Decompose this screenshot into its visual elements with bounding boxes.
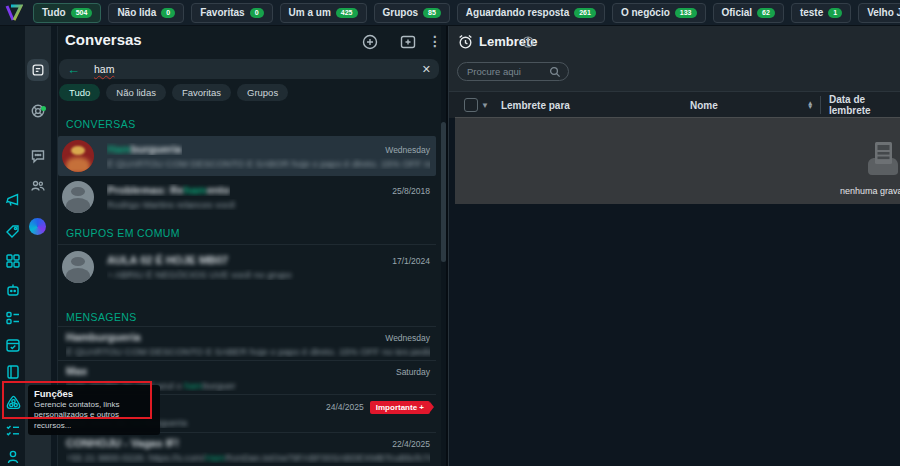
tooltip-title: Funções [34,388,154,399]
tab-o-negocio[interactable]: O negócio 133 [612,3,706,23]
message-row[interactable]: CONHOJU - Vagas IF! 22/4/2025 +55 21 980… [58,432,436,466]
search-magnifier-icon [549,66,561,78]
chip-tudo[interactable]: Tudo [59,84,100,101]
tab-label: Tudo [42,7,66,18]
name-match: Ham [107,143,131,155]
tab-label: Grupos [383,7,419,18]
archive-add-icon[interactable] [399,33,417,51]
chat-bubble-icon[interactable] [30,148,46,164]
app-window: Tudo 504 Não lida 0 Favoritas 0 Um a um … [0,0,900,466]
name-text: burgueria [131,143,182,155]
lembrete-panel: Lembrete ▼ Lembrete para Nome ▲▼ Data de… [448,26,900,466]
conversation-row[interactable]: Hamburgueria Wednesday É QUARTOU COM DES… [58,136,436,176]
conversation-row[interactable]: Problemas: Rehamento 25/8/2018 Rodrigo M… [58,177,436,217]
chip-favoritas[interactable]: Favoritas [172,84,231,101]
tooltip-description: Gerencie contatos, links personalizados … [34,400,154,431]
funcoes-tooltip: Funções Gerencie contatos, links persona… [28,385,160,435]
avatar [62,181,94,213]
preview-text: +55 21 9800-0226: https://s.com/ [66,452,205,463]
top-tab-bar: Tudo 504 Não lida 0 Favoritas 0 Um a um … [0,0,900,26]
row-date: 24/4/2025 [326,402,364,412]
tab-tudo[interactable]: Tudo 504 [33,3,101,23]
megaphone-icon[interactable] [5,192,21,208]
chevron-down-icon[interactable]: ▼ [481,101,489,110]
new-chat-icon[interactable] [361,33,379,51]
person-icon[interactable] [5,449,21,465]
primary-sidebar [0,26,25,466]
conversations-nav-icon[interactable] [27,59,49,81]
team-icon[interactable] [30,178,46,194]
scrollbar-thumb[interactable] [441,122,446,262]
tab-count-badge: 1 [828,8,842,18]
tab-label: teste [800,7,823,18]
row-date: 22/4/2025 [392,439,430,449]
tab-velho-jeans[interactable]: Velho Jeans 2 [858,3,900,23]
tab-um-a-um[interactable]: Um a um 425 [280,3,367,23]
tab-label: Aguardando resposta [466,7,569,18]
scrollbar[interactable] [441,26,446,466]
column-lembrete-para: Lembrete para [501,100,570,111]
info-icon[interactable] [522,36,534,48]
preview-text: ~ ABRIU É NEGÓCIOS UVE você no grupo [107,269,292,280]
tab-label: Favoritas [200,7,244,18]
v7-logo-icon[interactable] [4,3,23,23]
assistant-gradient-icon[interactable] [29,218,46,235]
section-mensagens: MENSAGENS [66,311,137,323]
name-text: Max [66,365,87,377]
checklist-icon[interactable] [5,423,21,439]
section-conversas: CONVERSAS [66,118,136,130]
tab-count-badge: 85 [423,8,441,18]
preview-match: ham [184,380,202,391]
clear-search-icon[interactable]: ✕ [422,63,431,76]
row-date: 17/1/2024 [392,256,430,266]
back-arrow-icon[interactable]: ← [67,62,80,77]
sort-icon[interactable]: ▲▼ [807,101,813,108]
row-date: Wednesday [385,145,430,155]
alarm-icon [457,33,474,50]
group-row[interactable]: AULA 02 É HOJE MB07 17/1/2024 ~ ABRIU É … [58,244,436,289]
empty-state-icon [860,136,900,180]
tab-grupos[interactable]: Grupos 85 [374,3,450,23]
name-text: Hamburgueria [66,331,141,343]
chip-grupos[interactable]: Grupos [237,84,288,101]
column-data-lembrete: Data de lembrete [829,94,900,116]
tab-oficial[interactable]: Oficial 62 [713,3,784,23]
lembrete-search-input[interactable] [465,65,549,78]
tab-label: O negócio [621,7,670,18]
name-text: Problemas: Re [107,184,184,196]
name-text: AULA 02 É HOJE MB07 [107,254,228,266]
functions-cluster-icon[interactable] [5,394,21,410]
tab-count-badge: 133 [675,8,697,18]
search-input[interactable]: ham [94,63,408,75]
preview-text: É QUARTOU COM DESCONTO E SABER hoje o pa… [66,346,430,357]
task-list-icon[interactable] [5,310,21,326]
tab-aguardando-resposta[interactable]: Aguardando resposta 261 [457,3,605,23]
tab-count-badge: 0 [250,8,264,18]
tab-favoritas[interactable]: Favoritas 0 [191,3,272,23]
tab-count-badge: 62 [757,8,775,18]
calendar-check-icon[interactable] [5,337,21,353]
preview-text: Rodrigo Martins relances você [107,199,235,210]
notebook-icon[interactable] [5,364,21,380]
tab-teste[interactable]: teste 1 [791,3,851,23]
apps-grid-icon[interactable] [5,253,21,269]
tab-count-badge: 504 [71,8,93,18]
chatbot-icon[interactable] [5,282,21,298]
tab-count-badge: 261 [574,8,596,18]
chip-nao-lidas[interactable]: Não lidas [106,84,166,101]
lembrete-search[interactable] [457,62,569,81]
avatar [62,140,94,172]
tab-label: Um a um [289,7,331,18]
name-text: ento [207,184,230,196]
tab-count-badge: 425 [336,8,358,18]
search-bar[interactable]: ← ham ✕ [59,59,439,79]
message-row[interactable]: Hamburgueria Wednesday É QUARTOU COM DES… [58,326,436,361]
preview-match: Ham [205,452,225,463]
preview-text: RonDan.txt/zw79FABF00SABDEXMBTcuB5cfc74F… [225,452,430,463]
tab-nao-lida[interactable]: Não lida 0 [108,3,184,23]
select-all-checkbox[interactable] [464,98,478,112]
row-date: Wednesday [385,333,430,343]
tags-icon[interactable] [5,224,21,240]
preview-text: É QUARTOU COM DESCONTO E SABOR hoje o pa… [107,158,430,169]
empty-state-text: nenhuma gravação encontrada [840,186,900,196]
